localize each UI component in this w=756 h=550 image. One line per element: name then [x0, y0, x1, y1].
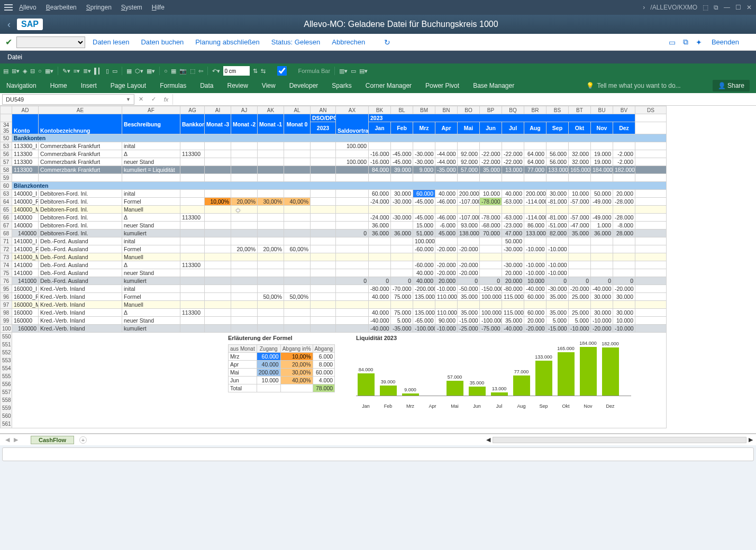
horizontal-scrollbar[interactable]: ◀ ▶ [486, 436, 753, 443]
col-head[interactable] [1, 106, 12, 114]
external-icon[interactable]: ⧉ [714, 4, 718, 11]
menu-icon[interactable] [4, 4, 13, 11]
bar-icon[interactable]: ▌▎ [94, 68, 103, 75]
back-icon[interactable]: ‹ [7, 19, 11, 30]
dot-icon[interactable]: ○ [164, 68, 168, 74]
col-head[interactable]: DS [635, 106, 667, 114]
search-label[interactable]: Tell me what you want to do... [597, 82, 681, 89]
col-head[interactable]: AF [122, 106, 180, 114]
col-head[interactable]: BR [524, 106, 546, 114]
menu-hilfe[interactable]: Hilfe [152, 4, 165, 11]
col-head[interactable]: AL [284, 106, 311, 114]
fx-cancel-icon[interactable]: ✕ [134, 96, 147, 103]
col-head[interactable]: AK [258, 106, 284, 114]
col-head[interactable]: AI [205, 106, 231, 114]
doc2-icon[interactable]: ▭ [112, 68, 117, 75]
add-sheet-icon[interactable]: + [79, 436, 87, 444]
hex-icon[interactable]: ⬡▾ [135, 68, 143, 75]
col-head[interactable]: BM [413, 106, 435, 114]
menu-allevo[interactable]: Allevo [19, 4, 37, 11]
col-head[interactable]: AX [336, 106, 369, 114]
col-icon[interactable]: ▥▾ [339, 68, 348, 75]
close-icon[interactable]: ✕ [746, 4, 752, 11]
sheet-prev-icon[interactable]: ◀ [5, 436, 10, 443]
cells-icon[interactable]: ▦▾ [147, 68, 155, 75]
menu-bearbeiten[interactable]: Bearbeiten [46, 4, 77, 11]
link-status:-gelesen[interactable]: Status: Gelesen [271, 38, 321, 46]
link-daten-buchen[interactable]: Daten buchen [141, 38, 184, 46]
tab-data[interactable]: Data [200, 82, 213, 89]
scroll-right-icon[interactable]: ▶ [749, 436, 753, 443]
tab-insert[interactable]: Insert [81, 82, 97, 89]
fx-confirm-icon[interactable]: ✓ [147, 96, 160, 103]
col-head[interactable]: AD [12, 106, 39, 114]
save-icon[interactable]: ▤ [3, 68, 8, 75]
link-daten-lesen[interactable]: Daten lesen [93, 38, 129, 46]
tab-navigation[interactable]: Navigation [6, 82, 37, 89]
col-head[interactable]: BL [391, 106, 413, 114]
doc4-icon[interactable]: ▤▾ [359, 68, 368, 75]
popup-icon[interactable]: ⧉ [683, 38, 688, 47]
up-icon[interactable]: ⬚ [190, 68, 195, 75]
link-abbrechen[interactable]: Abbrechen [332, 38, 365, 46]
ribbon-measure-input[interactable] [223, 66, 250, 76]
tab-corner-manager[interactable]: Corner Manager [366, 82, 412, 89]
minimize-icon[interactable]: — [724, 4, 730, 11]
formula-input[interactable] [172, 94, 756, 105]
paint-icon[interactable]: ✎▾ [62, 68, 70, 75]
camera-icon[interactable]: 📷 [179, 68, 187, 75]
share-button[interactable]: 👤 Share [713, 80, 750, 91]
col-head[interactable]: BK [369, 106, 391, 114]
vruler-icon[interactable]: ⇅ [253, 68, 258, 75]
sheet-tab-cashflow[interactable]: CashFlow [31, 436, 74, 444]
link-planung-abschließen[interactable]: Planung abschließen [195, 38, 259, 46]
tab-page-layout[interactable]: Page Layout [111, 82, 146, 89]
list-icon[interactable]: ≣▾ [83, 68, 91, 75]
tree-icon[interactable]: ⊟ [30, 68, 35, 75]
col-head[interactable]: BS [546, 106, 569, 114]
col-head[interactable]: AJ [231, 106, 258, 114]
undo-icon[interactable]: ↶▾ [212, 68, 220, 75]
calc-icon[interactable]: ▦ [126, 68, 132, 75]
chevron-down-icon[interactable]: ▼ [126, 97, 131, 102]
back2-icon[interactable]: ⇦ [198, 68, 203, 75]
tab-view[interactable]: View [262, 82, 276, 89]
col-head[interactable]: AG [180, 106, 205, 114]
window-icon[interactable]: ▭ [669, 38, 676, 47]
tab-sparks[interactable]: Sparks [332, 82, 351, 89]
tab-formulas[interactable]: Formulas [160, 82, 186, 89]
col-head[interactable]: AE [39, 106, 122, 114]
refresh-icon[interactable]: ↻ [384, 38, 390, 47]
center-icon[interactable]: ◈ [23, 68, 27, 75]
table-icon[interactable]: ▦ [171, 68, 176, 75]
exit-link[interactable]: Beenden [712, 38, 739, 46]
tab-power-pivot[interactable]: Power Pivot [425, 82, 459, 89]
star-icon[interactable]: ✦ [696, 38, 702, 47]
grid-icon[interactable]: ⊞▾ [12, 68, 20, 75]
tab-home[interactable]: Home [50, 82, 67, 89]
check-icon[interactable]: ✔ [5, 37, 12, 47]
maximize-icon[interactable]: ☐ [735, 4, 741, 11]
col-head[interactable]: BT [569, 106, 591, 114]
doc-icon[interactable]: ▯ [106, 68, 109, 75]
tab-review[interactable]: Review [227, 82, 248, 89]
col-head[interactable]: BQ [502, 106, 524, 114]
menu-springen[interactable]: Springen [86, 4, 112, 11]
col-head[interactable]: BV [613, 106, 635, 114]
col-head[interactable]: AN [311, 106, 336, 114]
scroll-left-icon[interactable]: ◀ [486, 436, 490, 443]
eq-icon[interactable]: ≡▾ [74, 68, 80, 75]
datei-bar[interactable]: Datei [0, 51, 756, 63]
empty-select[interactable] [16, 36, 85, 48]
col-head[interactable]: BU [591, 106, 613, 114]
hruler-icon[interactable]: ⇆ [261, 68, 266, 75]
name-box[interactable]: DU549▼ [2, 94, 134, 105]
spreadsheet-grid[interactable]: ADAEAFAGAIAJAKALANAXBKBLBMBNBOBPBQBRBSBT… [0, 106, 756, 434]
pin-icon[interactable]: ⬚ [703, 4, 708, 11]
col-head[interactable]: BO [458, 106, 480, 114]
doc3-icon[interactable]: ▭ [351, 68, 356, 75]
tab-developer[interactable]: Developer [289, 82, 318, 89]
layout-icon[interactable]: ▦▾ [45, 68, 53, 75]
tab-base-manager[interactable]: Base Manager [473, 82, 514, 89]
sheet-next-icon[interactable]: ▶ [14, 436, 18, 443]
